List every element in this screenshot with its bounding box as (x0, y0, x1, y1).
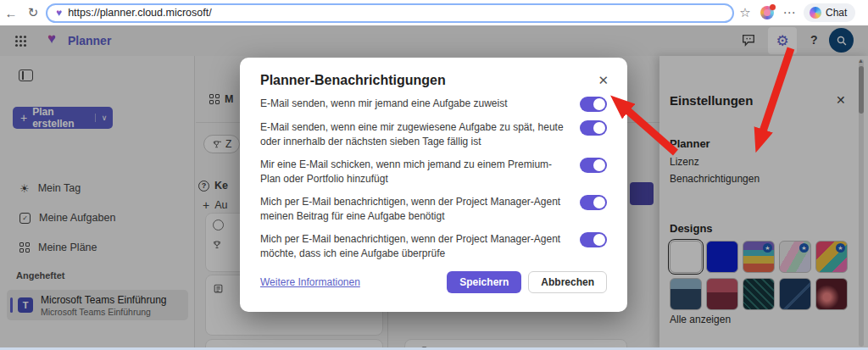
save-button[interactable]: Speichern (447, 271, 521, 293)
notification-toggle[interactable] (580, 195, 607, 210)
notification-setting-label: Mir eine E-Mail schicken, wenn mich jema… (260, 158, 571, 186)
notification-toggle[interactable] (580, 158, 607, 173)
browser-chrome: ← ↻ ♥ https://planner.cloud.microsoft/ ☆… (0, 0, 868, 25)
toggle-knob (593, 98, 605, 110)
toggle-knob (593, 122, 605, 134)
notifications-dialog: Planner-Benachrichtigungen ✕ E-Mail send… (240, 58, 627, 312)
dialog-footer: Weitere Informationen Speichern Abbreche… (260, 271, 607, 293)
toggle-knob (593, 234, 605, 246)
notification-dot (770, 4, 776, 10)
notification-toggle[interactable] (580, 97, 607, 112)
notification-setting-label: Mich per E-Mail benachrichtigen, wenn de… (260, 195, 571, 224)
address-bar[interactable]: ♥ https://planner.cloud.microsoft/ (46, 3, 734, 23)
notification-setting-row: Mich per E-Mail benachrichtigen, wenn de… (260, 195, 607, 224)
notification-setting-row: Mich per E-Mail benachrichtigen, wenn de… (260, 232, 607, 261)
browser-menu-icon[interactable]: ⋯ (778, 5, 800, 20)
copilot-chat-icon (810, 7, 821, 19)
screenshot-root: ← ↻ ♥ https://planner.cloud.microsoft/ ☆… (0, 0, 868, 350)
url-text: https://planner.cloud.microsoft/ (68, 7, 212, 19)
notification-toggle[interactable] (580, 232, 607, 247)
notification-setting-row: E-Mail senden, wenn eine mir zugewiesene… (260, 120, 607, 149)
planner-favicon-icon: ♥ (56, 8, 62, 18)
notification-setting-row: Mir eine E-Mail schicken, wenn mich jema… (260, 158, 607, 186)
notification-setting-row: E-Mail senden, wenn mir jemand eine Aufg… (260, 97, 607, 112)
dialog-close-icon[interactable]: ✕ (598, 73, 609, 88)
chat-label: Chat (826, 7, 847, 19)
bookmark-star-icon[interactable]: ☆ (734, 5, 756, 20)
toggle-knob (593, 159, 605, 171)
dialog-title: Planner-Benachrichtigungen (260, 73, 607, 88)
toggle-knob (593, 197, 605, 208)
cancel-button[interactable]: Abbrechen (528, 271, 607, 293)
extension-icon[interactable] (760, 6, 774, 19)
notification-setting-label: Mich per E-Mail benachrichtigen, wenn de… (260, 232, 571, 261)
notification-toggle[interactable] (580, 120, 607, 136)
browser-reload-icon[interactable]: ↻ (22, 5, 44, 20)
chat-button[interactable]: Chat (804, 3, 855, 22)
more-info-link[interactable]: Weitere Informationen (260, 276, 360, 288)
browser-back-icon[interactable]: ← (0, 6, 22, 20)
notification-setting-label: E-Mail senden, wenn eine mir zugewiesene… (260, 120, 571, 149)
planner-app: ♥ Planner ⚙ ? + Plan erstellen ∨ ☀ Mein … (0, 25, 868, 350)
notification-setting-label: E-Mail senden, wenn mir jemand eine Aufg… (260, 97, 571, 111)
